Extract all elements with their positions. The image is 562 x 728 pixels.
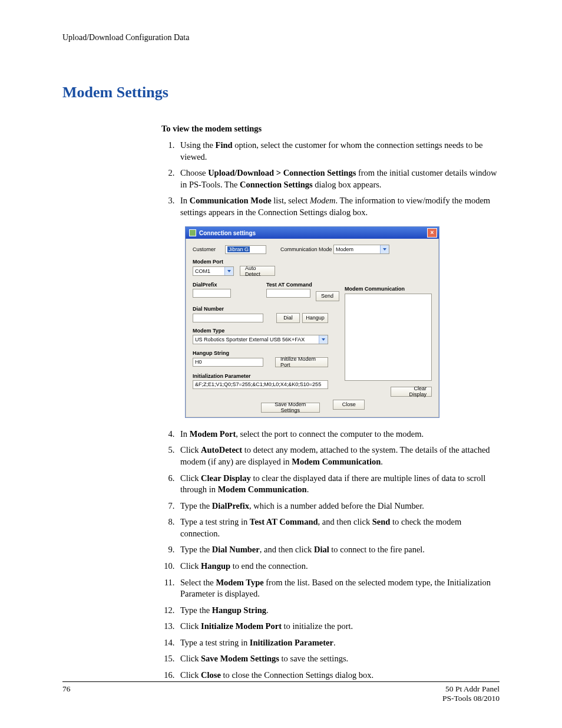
step-7: Type the DialPrefix, which is a number a…	[177, 500, 498, 512]
step-1: Using the Find option, select the custom…	[177, 140, 498, 163]
dial-prefix-label: DialPrefix	[193, 282, 231, 288]
section-title: Modem Settings	[62, 84, 500, 101]
dial-prefix-input[interactable]	[193, 289, 231, 298]
footer-date: PS-Tools 08/2010	[442, 694, 500, 703]
close-button[interactable]: Close	[333, 400, 365, 410]
text: Send	[372, 517, 391, 526]
text: Communication Mode	[190, 196, 272, 205]
text: Modem Communication	[218, 485, 307, 494]
comm-mode-label: Communication Mode	[280, 246, 333, 252]
text: Modem	[310, 196, 336, 205]
modem-comm-display	[345, 294, 432, 381]
text: Clear Display	[201, 473, 251, 483]
text: Click	[180, 654, 201, 663]
text: AutoDetect	[201, 445, 242, 454]
step-13: Click Initialize Modem Port to initializ…	[177, 621, 498, 633]
text: .	[381, 457, 383, 466]
text: Initilization Parameter	[250, 638, 333, 647]
text: Save Modem Settings	[201, 654, 279, 663]
text: , and then click	[318, 517, 372, 526]
intro-heading: To view the modem settings	[161, 124, 498, 134]
text: Click	[180, 670, 201, 680]
customer-label: Customer	[193, 246, 225, 252]
text: Hangup String	[212, 605, 266, 615]
text: , and then click	[260, 545, 314, 554]
init-param-input[interactable]: &F;Z;E1;V1;Q0;S7=255;&C1;M0;L0;X4;&K0;S1…	[193, 380, 328, 389]
text: dialog box appears.	[313, 180, 382, 189]
text: Connection Settings	[240, 180, 313, 189]
text: Modem Port	[190, 429, 236, 439]
running-header: Upload/Download Configuration Data	[62, 33, 500, 42]
text: Find	[216, 140, 233, 150]
dial-button[interactable]: Dial	[276, 313, 300, 323]
hangup-string-input[interactable]: H0	[193, 358, 263, 367]
step-16: Click Close to close the Connection Sett…	[177, 670, 498, 681]
footer-product: 50 Pt Addr Panel	[442, 684, 500, 694]
text: Type the	[180, 545, 212, 554]
modem-type-select[interactable]: US Robotics Sportster External USB 56K+F…	[193, 335, 328, 344]
text: .	[266, 605, 269, 615]
save-modem-settings-button[interactable]: Save Modem Settings	[261, 403, 320, 413]
text: Click	[180, 621, 201, 631]
text: DialPrefix	[212, 501, 249, 510]
step-12: Type the Hangup String.	[177, 605, 498, 617]
auto-detect-button[interactable]: Auto Detect	[240, 266, 275, 276]
dialog-title: Connection settings	[199, 230, 256, 236]
text: to close the Connection Settings dialog …	[221, 670, 373, 680]
init-modem-port-button[interactable]: Initilize Modem Port	[275, 357, 328, 367]
comm-mode-value: Modem	[336, 246, 353, 252]
page-footer: 76 50 Pt Addr Panel PS-Tools 08/2010	[62, 681, 500, 703]
dial-number-input[interactable]	[193, 314, 263, 322]
hangup-button[interactable]: Hangup	[302, 313, 328, 323]
text: .	[307, 485, 309, 494]
text: Dial Number	[212, 545, 260, 554]
step-6: Click Clear Display to clear the display…	[177, 473, 498, 496]
text: Using the	[180, 140, 216, 150]
step-2: Choose Upload/Download > Connection Sett…	[177, 167, 498, 190]
text: Click	[180, 445, 201, 454]
step-15: Click Save Modem Settings to save the se…	[177, 653, 498, 665]
text: Modem Type	[216, 578, 263, 587]
text: Type the	[180, 605, 212, 615]
text: Type a test string in	[180, 638, 250, 647]
text: Choose	[180, 168, 208, 177]
modem-port-label: Modem Port	[193, 259, 433, 265]
step-10: Click Hangup to end the connection.	[177, 561, 498, 572]
text: to save the settings.	[279, 654, 348, 663]
text: Type the	[180, 501, 212, 510]
text: Initialize Modem Port	[201, 621, 282, 631]
dialog-icon	[189, 229, 196, 236]
test-at-input[interactable]	[266, 289, 310, 298]
text: Select the	[180, 578, 216, 587]
chevron-down-icon	[380, 245, 389, 253]
step-4: In Modem Port, select the port to connec…	[177, 429, 498, 440]
text: .	[333, 638, 336, 647]
customer-value: Jibran G	[227, 246, 250, 252]
close-icon[interactable]: ×	[427, 228, 437, 238]
text: , select the port to connect the compute…	[236, 429, 424, 439]
page-number: 76	[62, 684, 71, 703]
text: In	[180, 429, 190, 439]
connection-settings-dialog: Connection settings × Customer Jibran G …	[185, 226, 439, 418]
text: to initialize the port.	[282, 621, 353, 631]
text: to connect to the fire panel.	[329, 545, 425, 554]
text: Close	[201, 670, 221, 680]
step-9: Type the Dial Number, and then click Dia…	[177, 544, 498, 556]
modem-type-value: US Robotics Sportster External USB 56K+F…	[195, 337, 305, 342]
text: In	[180, 196, 190, 205]
send-button[interactable]: Send	[316, 291, 339, 301]
text: Upload/Download > Connection Settings	[208, 168, 356, 177]
dialog-titlebar: Connection settings ×	[186, 227, 439, 239]
modem-port-value: COM1	[195, 268, 210, 274]
modem-comm-label: Modem Communication	[345, 286, 432, 292]
chevron-down-icon	[224, 267, 233, 275]
text: Click	[180, 473, 201, 483]
text: Dial	[314, 545, 329, 554]
text: list, select	[272, 196, 310, 205]
customer-field[interactable]: Jibran G	[225, 245, 266, 254]
comm-mode-select[interactable]: Modem	[333, 245, 389, 254]
clear-display-button[interactable]: Clear Display	[391, 387, 432, 397]
modem-port-select[interactable]: COM1	[193, 266, 234, 276]
text: Hangup	[201, 561, 230, 571]
text: Test AT Command	[250, 517, 318, 526]
